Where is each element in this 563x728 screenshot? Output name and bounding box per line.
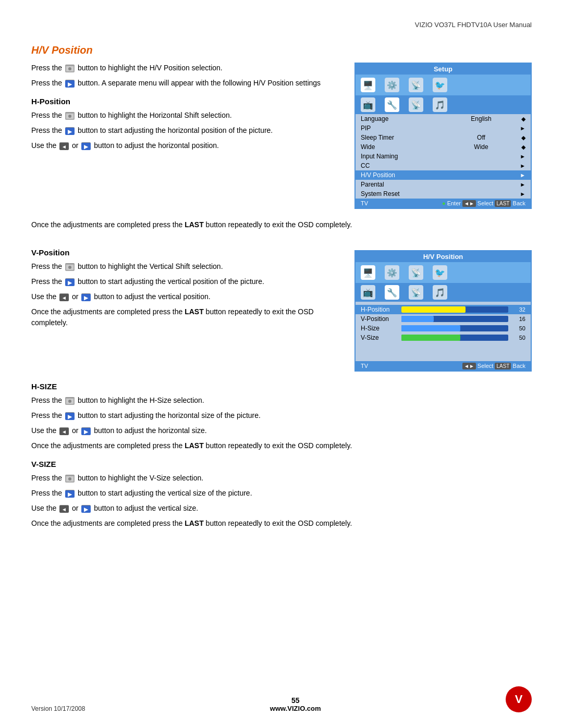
hv-menu-icons-row1: 🖥️ ⚙️ 📡 🐦	[356, 262, 531, 283]
vsize-p2: Press the ▶ button to start adjusting th…	[31, 488, 532, 499]
hv-bar-hposition	[401, 306, 508, 313]
hv-icon2-2: 🔧	[385, 285, 399, 300]
svg-text:▶: ▶	[68, 491, 72, 497]
page-header: VIZIO VO37L FHDTV10A User Manual	[31, 21, 532, 29]
hv-row-vsize: V-Size 50	[356, 333, 531, 342]
hv-menu-controls: ◄► Select LAST Back	[462, 363, 525, 369]
hposition-p2: Press the ▶ button to start adjusting th…	[31, 125, 339, 136]
menu-row-input-naming: Input Naming ►	[356, 152, 531, 161]
svg-text:▶: ▶	[84, 295, 89, 301]
menu-row-wide: Wide Wide ◆	[356, 142, 531, 152]
svg-point-16	[68, 266, 71, 269]
vposition-text-col: V-Position Press the button to highlight…	[31, 240, 339, 372]
remote-icon-8: ▶	[65, 278, 75, 286]
remote-icon-15	[65, 475, 75, 482]
remote-icon-10: ▶	[81, 293, 91, 301]
svg-text:▶: ▶	[68, 414, 72, 419]
remote-icon-11	[65, 397, 75, 404]
hv-row-vposition: V-Position 16	[356, 314, 531, 324]
menu-row-cc: CC ►	[356, 161, 531, 170]
hposition-p1: Press the button to highlight the Horizo…	[31, 110, 339, 121]
hsize-section: H-SIZE Press the button to highlight the…	[31, 382, 532, 451]
setup-menu: Setup 🖥️ ⚙️ 📡 🐦 📺 🔧 📡 🎵 Language	[354, 63, 532, 209]
svg-point-34	[68, 477, 71, 480]
hsize-title: H-SIZE	[31, 382, 532, 391]
remote-icon-7	[65, 263, 75, 270]
setup-menu-box: Setup 🖥️ ⚙️ 📡 🐦 📺 🔧 📡 🎵 Language	[354, 63, 532, 209]
menu-row-parental: Parental ►	[356, 180, 531, 189]
remote-icon-14: ▶	[81, 427, 91, 435]
section-title: H/V Position	[31, 44, 532, 56]
vposition-p1: Press the button to highlight the Vertic…	[31, 261, 339, 272]
vposition-p3: Use the ◄ or ▶ button to adjust the vert…	[31, 291, 339, 302]
icon-bird: 🐦	[433, 78, 447, 92]
setup-menu-source: TV	[361, 200, 368, 206]
footer-website: www.VIZIO.com	[270, 705, 321, 712]
svg-point-7	[68, 115, 71, 118]
svg-text:▶: ▶	[84, 429, 89, 435]
intro-p2: Press the ▶ button. A separate menu will…	[31, 78, 339, 89]
svg-text:▶: ▶	[84, 507, 89, 512]
hposition-title: H-Position	[31, 97, 339, 106]
svg-text:▶: ▶	[84, 144, 89, 150]
vsize-section: V-SIZE Press the button to highlight the…	[31, 460, 532, 529]
menu-row-sleep: Sleep Timer Off ◆	[356, 133, 531, 142]
remote-icon-6: ▶	[81, 142, 91, 150]
setup-menu-icons-row1: 🖥️ ⚙️ 📡 🐦	[356, 75, 531, 95]
svg-text:▶: ▶	[68, 81, 72, 87]
hv-icon2-4: 🎵	[433, 285, 447, 300]
setup-menu-icons-row2: 📺 🔧 📡 🎵	[356, 95, 531, 114]
setup-menu-controls: ● Enter ◄► Select LAST Back	[442, 200, 525, 206]
intro-text-col: Press the button to highlight the H/V Po…	[31, 63, 339, 209]
hv-bar-vsize	[401, 335, 508, 341]
icon2-1: 📺	[361, 97, 375, 112]
svg-text:◄: ◄	[62, 295, 67, 301]
hv-icon-bird: 🐦	[433, 265, 447, 280]
hsize-p3: Use the ◄ or ▶ button to adjust the hori…	[31, 425, 532, 436]
svg-text:◄: ◄	[62, 429, 67, 435]
hv-menu-title: H/V Position	[356, 251, 531, 262]
hv-menu: H/V Position 🖥️ ⚙️ 📡 🐦 📺 🔧 📡 🎵 H-P	[354, 240, 532, 372]
setup-menu-rows: Language English ◆ PIP ► Sleep Timer Off…	[356, 114, 531, 199]
svg-point-2	[68, 67, 71, 70]
hsize-p1: Press the button to highlight the H-Size…	[31, 395, 532, 406]
menu-row-hvposition: H/V Position ►	[356, 170, 531, 180]
hsize-p2: Press the ▶ button to start adjusting th…	[31, 410, 532, 421]
hv-menu-bottom: TV ◄► Select LAST Back	[356, 361, 531, 371]
page-footer: Version 10/17/2008 55 www.VIZIO.com V	[0, 686, 563, 712]
vposition-title: V-Position	[31, 248, 339, 257]
setup-menu-title: Setup	[356, 64, 531, 75]
footer-version: Version 10/17/2008	[31, 705, 85, 712]
hv-row-hsize: H-Size 50	[356, 324, 531, 333]
hv-icon-signal: 📡	[409, 265, 423, 280]
header-title: VIZIO VO37L FHDTV10A User Manual	[415, 21, 532, 29]
svg-text:◄: ◄	[62, 144, 67, 150]
vsize-p1: Press the button to highlight the V-Size…	[31, 473, 532, 484]
svg-text:▶: ▶	[68, 280, 72, 286]
remote-icon-13: ◄	[59, 427, 69, 435]
remote-icon-17: ◄	[59, 505, 69, 512]
vposition-p2: Press the ▶ button to start adjusting th…	[31, 276, 339, 287]
remote-icon-16: ▶	[65, 490, 75, 497]
icon2-4: 🎵	[433, 97, 447, 112]
icon-settings: ⚙️	[385, 78, 399, 92]
footer-page-number: 55	[270, 696, 321, 705]
intro-p1: Press the button to highlight the H/V Po…	[31, 63, 339, 73]
remote-icon-2: ▶	[65, 80, 75, 87]
vsize-p3: Use the ◄ or ▶ button to adjust the vert…	[31, 503, 532, 514]
hv-menu-rows: H-Position 32 V-Position 16	[356, 302, 531, 361]
remote-icon-5: ◄	[59, 142, 69, 150]
hv-bar-hsize	[401, 325, 508, 331]
menu-row-pip: PIP ►	[356, 124, 531, 133]
remote-icon-3	[65, 112, 75, 119]
icon-signal: 📡	[409, 78, 423, 92]
svg-point-25	[68, 400, 71, 403]
hv-menu-icons-row2: 📺 🔧 📡 🎵	[356, 283, 531, 302]
hv-icon-monitor: 🖥️	[361, 265, 375, 280]
vsize-title: V-SIZE	[31, 460, 532, 468]
hv-bar-vposition	[401, 316, 508, 322]
hposition-p4: Once the adjustments are completed press…	[31, 219, 532, 230]
remote-icon-12: ▶	[65, 412, 75, 419]
hv-menu-box: H/V Position 🖥️ ⚙️ 📡 🐦 📺 🔧 📡 🎵 H-P	[354, 250, 532, 372]
vposition-p4: Once the adjustments are completed press…	[31, 306, 339, 328]
